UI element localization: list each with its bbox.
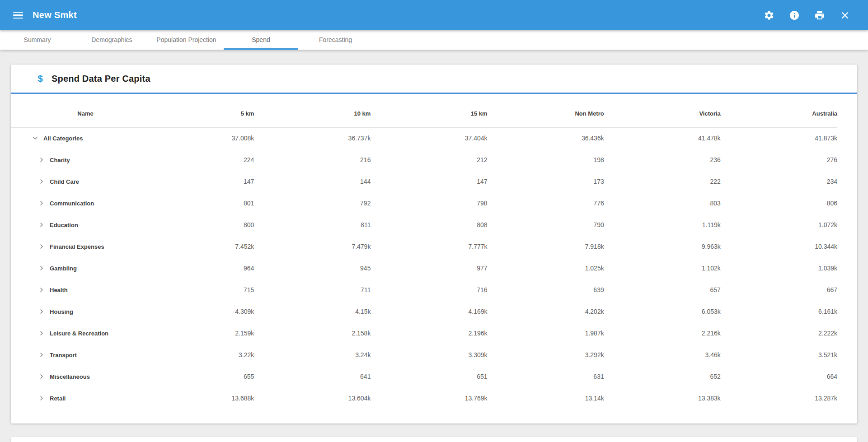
cell-value: 945 — [254, 257, 371, 279]
cell-value: 1.119k — [604, 214, 721, 236]
cell-value: 41.478k — [604, 127, 721, 149]
column-header-10km: 10 km — [254, 94, 371, 127]
chevron-right-icon[interactable] — [37, 220, 46, 229]
hamburger-menu-icon[interactable] — [10, 7, 26, 23]
dollar-icon: $ — [35, 73, 45, 84]
column-header-non-metro: Non Metro — [488, 94, 604, 127]
cell-value: 811 — [254, 214, 371, 236]
column-header-name: Name — [11, 94, 137, 127]
chevron-down-icon[interactable] — [31, 134, 40, 143]
cell-value: 13.769k — [371, 387, 487, 409]
tab-forecasting[interactable]: Forecasting — [298, 30, 373, 50]
tab-spend[interactable]: Spend — [224, 30, 298, 50]
cell-value: 2.196k — [371, 322, 487, 344]
cell-value: 657 — [604, 279, 721, 301]
cell-value: 4.169k — [371, 301, 487, 322]
cell-value: 652 — [604, 366, 721, 387]
cell-value: 3.309k — [371, 344, 487, 366]
cell-value: 13.688k — [137, 387, 254, 409]
category-label: Communication — [50, 200, 94, 207]
print-icon[interactable] — [809, 5, 830, 26]
tab-summary[interactable]: Summary — [0, 30, 75, 50]
cell-value: 655 — [137, 366, 254, 387]
cell-value: 667 — [721, 279, 837, 301]
tab-demographics[interactable]: Demographics — [75, 30, 149, 50]
table-row[interactable]: Transport 3.22k 3.24k 3.309k 3.292k 3.46… — [11, 344, 837, 366]
cell-value: 7.777k — [371, 236, 487, 257]
app-bar: New Smkt — [0, 0, 868, 30]
chevron-right-icon[interactable] — [37, 307, 46, 316]
cell-value: 631 — [488, 366, 604, 387]
cell-value: 6.053k — [604, 301, 721, 322]
cell-value: 41.873k — [721, 127, 837, 149]
cell-value: 6.161k — [721, 301, 837, 322]
cell-value: 236 — [604, 149, 721, 171]
next-card-peek — [11, 437, 857, 442]
cell-value: 3.22k — [137, 344, 254, 366]
category-label: Health — [50, 287, 68, 293]
cell-value: 808 — [371, 214, 487, 236]
tab-bar: Summary Demographics Population Projecti… — [0, 30, 868, 50]
cell-value: 276 — [721, 149, 837, 171]
cell-value: 716 — [371, 279, 487, 301]
cell-value: 3.46k — [604, 344, 721, 366]
chevron-right-icon[interactable] — [37, 372, 46, 381]
cell-value: 711 — [254, 279, 371, 301]
cell-value: 37.008k — [137, 127, 254, 149]
cell-value: 803 — [604, 192, 721, 214]
chevron-right-icon[interactable] — [37, 285, 46, 294]
settings-icon[interactable] — [758, 5, 780, 26]
cell-value: 147 — [371, 171, 487, 192]
chevron-right-icon[interactable] — [37, 155, 46, 164]
card-title: Spend Data Per Capita — [52, 74, 150, 84]
chevron-right-icon[interactable] — [37, 264, 46, 273]
table-row[interactable]: Gambling 964 945 977 1.025k 1.102k 1.039… — [11, 257, 837, 279]
table-row[interactable]: Communication 801 792 798 776 803 806 — [11, 192, 837, 214]
cell-value: 173 — [488, 171, 604, 192]
table-row[interactable]: Housing 4.309k 4.15k 4.169k 4.202k 6.053… — [11, 301, 837, 322]
table-row[interactable]: Charity 224 216 212 198 236 276 — [11, 149, 837, 171]
chevron-right-icon[interactable] — [37, 177, 46, 186]
column-header-victoria: Victoria — [604, 94, 721, 127]
table-row[interactable]: All Categories 37.008k 36.737k 37.404k 3… — [11, 127, 837, 149]
cell-value: 37.404k — [371, 127, 487, 149]
category-label: All Categories — [43, 135, 83, 142]
chevron-right-icon[interactable] — [37, 394, 46, 403]
table-row[interactable]: Retail 13.688k 13.604k 13.769k 13.14k 13… — [11, 387, 837, 409]
cell-value: 715 — [137, 279, 254, 301]
chevron-right-icon[interactable] — [37, 242, 46, 251]
chevron-right-icon[interactable] — [37, 329, 46, 338]
category-label: Leisure & Recreation — [50, 330, 108, 337]
cell-value: 147 — [137, 171, 254, 192]
cell-value: 224 — [137, 149, 254, 171]
chevron-right-icon[interactable] — [37, 350, 46, 359]
table-row[interactable]: Health 715 711 716 639 657 667 — [11, 279, 837, 301]
category-label: Retail — [50, 395, 66, 402]
cell-value: 4.309k — [137, 301, 254, 322]
table-row[interactable]: Child Care 147 144 147 173 222 234 — [11, 171, 837, 192]
cell-value: 3.521k — [721, 344, 837, 366]
cell-value: 36.737k — [254, 127, 371, 149]
table-row[interactable]: Financial Expenses 7.452k 7.479k 7.777k … — [11, 236, 837, 257]
category-label: Transport — [50, 352, 77, 358]
tab-population-projection[interactable]: Population Projection — [149, 30, 224, 50]
table-row[interactable]: Education 800 811 808 790 1.119k 1.072k — [11, 214, 837, 236]
cell-value: 7.918k — [488, 236, 604, 257]
column-header-australia: Australia — [721, 94, 837, 127]
cell-value: 212 — [371, 149, 487, 171]
spend-data-card: $ Spend Data Per Capita Name 5 km 10 km … — [11, 65, 857, 423]
cell-value: 977 — [371, 257, 487, 279]
close-icon[interactable] — [834, 5, 856, 26]
cell-value: 7.479k — [254, 236, 371, 257]
cell-value: 13.287k — [721, 387, 837, 409]
category-label: Financial Expenses — [50, 243, 104, 250]
category-label: Child Care — [50, 178, 79, 185]
chevron-right-icon[interactable] — [37, 199, 46, 208]
category-label: Charity — [50, 157, 70, 163]
info-icon[interactable] — [784, 5, 805, 26]
table-row[interactable]: Leisure & Recreation 2.159k 2.158k 2.196… — [11, 322, 837, 344]
cell-value: 1.102k — [604, 257, 721, 279]
cell-value: 790 — [488, 214, 604, 236]
table-row[interactable]: Miscellaneous 655 641 651 631 652 664 — [11, 366, 837, 387]
column-header-15km: 15 km — [371, 94, 487, 127]
